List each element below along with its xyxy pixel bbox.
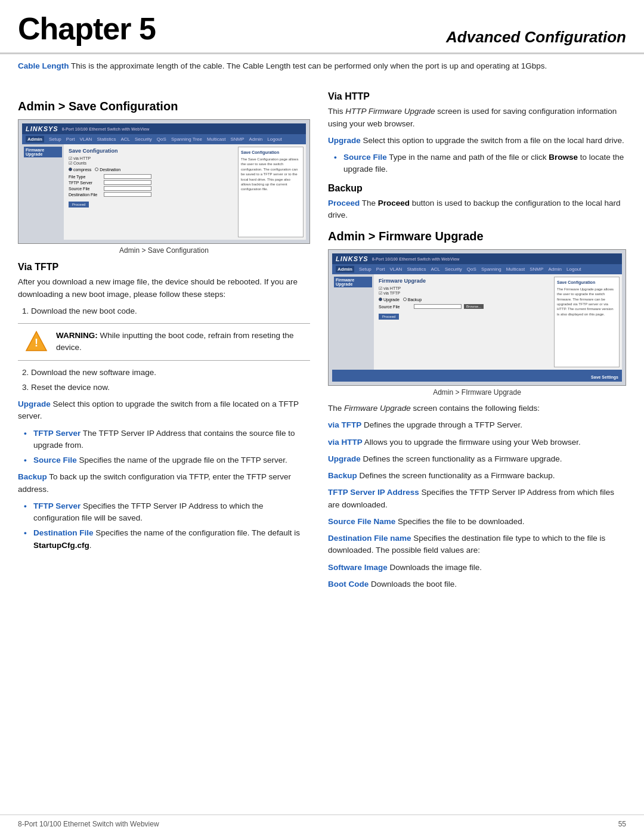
viahttp-intro-para: This HTTP Firmware Upgrade screen is use… <box>328 106 626 130</box>
ss1-subtitle: 8-Port 10/100 Ethernet Switch with WebVi… <box>62 127 150 131</box>
right-bullet1-text: Type in the name and path of the file or… <box>387 153 549 162</box>
ss1-nav-stats: Statistics <box>97 137 116 142</box>
ss1-nav-qos: QoS <box>157 137 166 142</box>
field2-para: via HTTP Allows you to upgrade the firmw… <box>328 436 626 448</box>
ss2-sidebar: Firmware Upgrade <box>332 274 374 370</box>
ss2-nav-security: Security <box>445 267 462 272</box>
ss2-nav-stats: Statistics <box>407 267 426 272</box>
fields-intro: The <box>328 404 344 413</box>
ss2-source-row: Source File Browse... <box>379 304 547 309</box>
ss1-nav-vlan: VLAN <box>79 137 92 142</box>
warning-icon: ! <box>25 330 48 352</box>
field5-label: TFTP Server IP Address <box>328 488 419 497</box>
ss2-radio-row: Upgrade Backup <box>379 298 547 302</box>
ss2-source-label: Source File <box>379 305 411 309</box>
ss2-nav-multicast: Multicast <box>506 267 525 272</box>
ss1-file-type-row: File Type <box>69 174 231 179</box>
viahttp-intro1: This <box>328 107 345 116</box>
right-column: Via HTTP This HTTP Firmware Upgrade scre… <box>328 91 626 595</box>
ss2-subtitle: 8-Port 10/100 Ethernet Switch with WebVi… <box>372 257 460 261</box>
ss1-file-type-label: File Type <box>69 175 101 179</box>
ss2-nav-logout: Logout <box>566 267 581 272</box>
bullet4-text: Specifies the name of the configuration … <box>94 528 300 537</box>
ss1-nav-setup: Setup <box>49 137 61 142</box>
ss1-nav-logout: Logout <box>267 137 281 142</box>
ss1-nav-admin: Admin <box>26 136 44 143</box>
bullet-source-file: Source File Specifies the name of the up… <box>24 454 310 466</box>
ss2-radio2: Backup <box>403 298 422 302</box>
field8-label: Software Image <box>328 563 388 572</box>
ss2-sidebar-firmware: Firmware Upgrade <box>334 277 372 287</box>
right-backup-bold: Proceed <box>378 199 410 208</box>
ss2-info-title: Save Configuration <box>557 280 617 286</box>
ss2-nav-qos: QoS <box>467 267 476 272</box>
viahttp-heading: Via HTTP <box>328 91 626 102</box>
backup-text: To back up the switch configuration via … <box>18 472 291 493</box>
ss1-server-label: TFTP Server <box>69 181 101 185</box>
ss2-source-input <box>414 304 462 309</box>
field3-para: Upgrade Defines the screen functionality… <box>328 453 626 465</box>
ss2-checklist: ☑ via HTTP ☑ via TFTP <box>379 286 547 296</box>
main-content: Admin > Save Configuration LINKSYS 8-Por… <box>0 77 644 595</box>
upgrade-text: Select this option to upgrade the switch… <box>18 400 299 420</box>
right-backup-proceed-label: Proceed <box>328 199 360 208</box>
ss1-server-row: TFTP Server <box>69 180 231 185</box>
backup-label: Backup <box>18 472 47 481</box>
ss1-source-input <box>104 186 151 191</box>
ss2-nav-port: Port <box>376 267 385 272</box>
ss2-form-group1: ☑ via HTTP ☑ via TFTP <box>379 286 547 296</box>
tftp-steps-2: Download the new software image. Reset t… <box>18 367 310 394</box>
ss1-sidebar-firmware: Firmware Upgrade <box>24 147 62 157</box>
ss2-caption: Admin > FIrmware Upgrade <box>328 388 626 397</box>
field7-label: Destination File name <box>328 534 411 543</box>
ss1-info-text: The Save Configuration page allows the u… <box>241 157 301 192</box>
warning-label: WARNING: <box>56 331 98 340</box>
fields-text: screen contains the following fields: <box>411 404 540 413</box>
viatftp-intro: After you download a new image file, the… <box>18 276 310 301</box>
admin-save-heading: Admin > Save Configuration <box>18 100 310 113</box>
ss1-caption: Admin > Save Configuration <box>18 246 310 255</box>
page-footer: 8-Port 10/100 Ethernet Switch with Webvi… <box>0 815 644 833</box>
ss1-nav-security: Security <box>135 137 152 142</box>
ss1-navbar: Admin Setup Port VLAN Statistics ACL Sec… <box>22 134 306 144</box>
screenshot-save-config: LINKSYS 8-Port 10/100 Ethernet Switch wi… <box>18 119 310 244</box>
ss2-body: Firmware Upgrade Firmware Upgrade ☑ via … <box>332 274 622 370</box>
field8-para: Software Image Downloads the image file. <box>328 562 626 574</box>
field9-para: Boot Code Downloads the boot file. <box>328 578 626 590</box>
ss1-main: Save Configuration ☑ via HTTP ☑ Counts c… <box>64 144 236 240</box>
bullet-dest-file: Destination File Specifies the name of t… <box>24 527 310 552</box>
field6-label: Source File Name <box>328 517 395 526</box>
field6-text: Specifies the file to be downloaded. <box>395 517 524 526</box>
field3-label: Upgrade <box>328 454 361 463</box>
bullet4-default: StartupCfg.cfg <box>33 541 89 550</box>
viatftp-heading: Via TFTP <box>18 262 310 272</box>
ss1-source-row: Source File <box>69 186 231 191</box>
ss1-body: Firmware Upgrade Save Configuration ☑ vi… <box>22 144 306 240</box>
bullet3-label: TFTP Server <box>33 501 80 510</box>
ss1-nav-acl: ACL <box>120 137 130 142</box>
ss1-radio-row: compress Destination <box>69 168 231 172</box>
field3-text: Defines the screen functionality as a Fi… <box>361 454 562 463</box>
field2-text: Allows you to upgrade the firmware using… <box>363 438 581 447</box>
field1-label: via TFTP <box>328 420 361 429</box>
linksys-logo2: LINKSYS <box>336 255 369 262</box>
field4-text: Defines the screen functionality as a Fi… <box>357 471 555 480</box>
ss1-proceed-button: Proceed <box>69 202 89 208</box>
ss1-dest-label: Destination File <box>69 193 101 197</box>
ss1-nav-multicast: Multicast <box>207 137 226 142</box>
ss1-nav-spanning: Spanning Tree <box>171 137 202 142</box>
ss1-file-type-input <box>104 174 151 179</box>
ss1-dest-row: Destination File <box>69 192 231 197</box>
ss2-save-button: Save Settings <box>591 375 618 379</box>
field2-label: via HTTP <box>328 438 363 447</box>
ss2-radio1: Upgrade <box>379 298 400 302</box>
bullet4-end: . <box>89 541 92 550</box>
intro-paragraph: Cable Length This is the approximate len… <box>18 60 626 72</box>
svg-text:!: ! <box>35 337 38 349</box>
backup-para: Backup To back up the switch configurati… <box>18 471 310 496</box>
step-3: Reset the device now. <box>31 382 310 394</box>
ss1-info-title: Save Configuration <box>241 150 301 156</box>
right-bullet-source: Source File Type in the name and path of… <box>334 151 626 176</box>
firmware-upgrade-heading: Admin > Firmware Upgrade <box>328 230 626 243</box>
field7-para: Destination File name Specifies the dest… <box>328 532 626 557</box>
